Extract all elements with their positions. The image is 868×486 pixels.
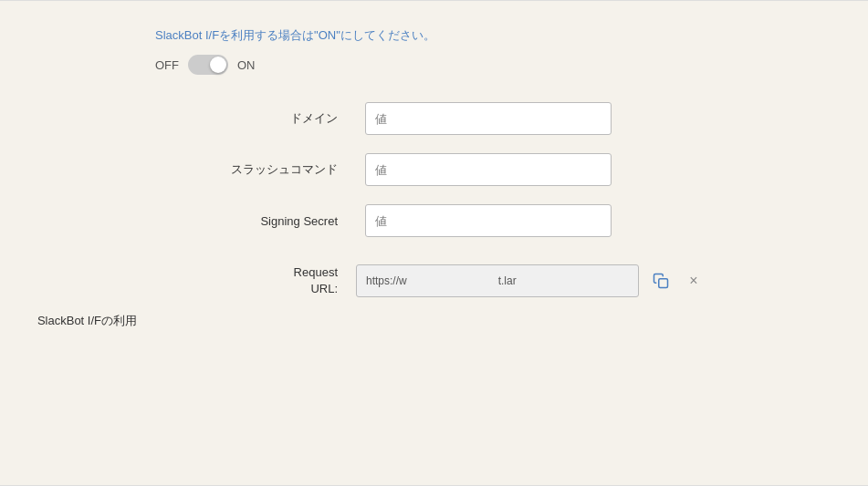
page-wrapper: SlackBot I/Fの利用 SlackBot I/Fを利用する場合は"ON"… [0, 0, 868, 486]
toggle-description: SlackBot I/Fを利用する場合は"ON"にしてください。 [155, 27, 868, 44]
request-url-section: Request URL: × [155, 264, 868, 297]
toggle-description-before: SlackBot I/Fを利用する場合は [155, 28, 314, 42]
close-button[interactable]: × [683, 270, 705, 292]
toggle-section: SlackBot I/Fを利用する場合は"ON"にしてください。 OFF ON [155, 27, 868, 75]
fields-section: ドメイン スラッシュコマンド Signing Secret [155, 102, 868, 237]
toggle-description-highlight: "ON" [314, 28, 340, 42]
toggle-on-label: ON [237, 58, 256, 72]
top-border [0, 0, 868, 1]
request-url-row: Request URL: × [155, 264, 868, 297]
field-row-signing-secret: Signing Secret [155, 204, 868, 237]
svg-rect-0 [659, 279, 668, 288]
copy-button[interactable] [646, 266, 675, 295]
request-url-input[interactable] [356, 264, 639, 297]
request-url-input-wrapper: × [356, 264, 705, 297]
section-label-text: SlackBot I/Fの利用 [37, 313, 137, 329]
toggle-switch[interactable] [188, 55, 228, 75]
field-row-domain: ドメイン [155, 102, 868, 135]
field-row-slash-command: スラッシュコマンド [155, 153, 868, 186]
settings-col: SlackBot I/Fを利用する場合は"ON"にしてください。 OFF ON … [155, 0, 868, 486]
request-url-label: Request URL: [155, 264, 338, 297]
slash-command-input[interactable] [365, 153, 612, 186]
toggle-description-after: にしてください。 [340, 28, 435, 42]
toggle-off-label: OFF [155, 58, 179, 72]
domain-label: ドメイン [155, 110, 338, 127]
slash-command-label: スラッシュコマンド [155, 161, 338, 178]
toggle-row: OFF ON [155, 55, 868, 75]
signing-secret-input[interactable] [365, 204, 612, 237]
domain-input[interactable] [365, 102, 612, 135]
section-label: SlackBot I/Fの利用 [0, 0, 155, 486]
signing-secret-label: Signing Secret [155, 214, 338, 228]
main-content: SlackBot I/Fの利用 SlackBot I/Fを利用する場合は"ON"… [0, 0, 868, 486]
